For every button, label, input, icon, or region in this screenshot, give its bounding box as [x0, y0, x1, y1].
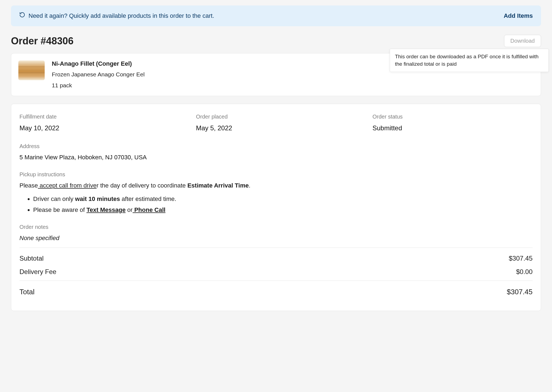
banner-text: Need it again? Quickly add available pro…: [29, 11, 214, 20]
subtotal-value: $307.45: [509, 254, 533, 263]
instr-prefix: Please: [19, 182, 38, 189]
product-description: Frozen Japanese Anago Conger Eel: [52, 70, 145, 79]
order-placed-block: Order placed May 5, 2022: [196, 113, 356, 133]
line-item-text: Ni-Anago Fillet (Conger Eel) Frozen Japa…: [52, 59, 145, 90]
order-details-card: Fulfillment date May 10, 2022 Order plac…: [11, 104, 541, 311]
product-quantity: 11 pack: [52, 81, 145, 90]
fulfillment-date-label: Fulfillment date: [19, 113, 180, 121]
delivery-fee-value: $0.00: [516, 267, 533, 277]
page-title: Order #48306: [11, 34, 73, 48]
subtotal-row: Subtotal $307.45: [19, 254, 533, 263]
pickup-instructions-label: Pickup instructions: [19, 171, 533, 178]
order-status-value: Submitted: [372, 123, 533, 133]
subtotal-label: Subtotal: [19, 254, 44, 263]
order-status-block: Order status Submitted: [372, 113, 533, 133]
divider: [19, 247, 533, 248]
fulfillment-date-value: May 10, 2022: [19, 123, 180, 133]
download-button[interactable]: Download: [504, 35, 541, 47]
fulfillment-date-block: Fulfillment date May 10, 2022: [19, 113, 180, 133]
history-icon: [19, 11, 25, 20]
instr-bullet-2: Please be aware of Text Message or Phone…: [33, 206, 533, 214]
instr-bold: Estimate Arrival Time: [187, 182, 249, 189]
product-thumbnail: [18, 60, 45, 80]
order-notes-label: Order notes: [19, 223, 533, 231]
order-notes-value: None specified: [19, 234, 533, 243]
order-notes-section: Order notes None specified: [19, 223, 533, 243]
order-placed-label: Order placed: [196, 113, 356, 121]
add-items-button[interactable]: Add Items: [504, 11, 533, 20]
pickup-instructions-body: Please accept call from driver the day o…: [19, 181, 533, 215]
delivery-fee-label: Delivery Fee: [19, 267, 56, 277]
total-label: Total: [19, 287, 35, 297]
banner-message: Need it again? Quickly add available pro…: [19, 11, 214, 20]
product-name: Ni-Anago Fillet (Conger Eel): [52, 59, 145, 68]
address-section: Address 5 Marine View Plaza, Hoboken, NJ…: [19, 142, 533, 162]
instr-mid: r the day of delivery to coordinate: [96, 182, 187, 189]
title-row: Order #48306 Download This order can be …: [11, 34, 541, 48]
address-label: Address: [19, 142, 533, 150]
pickup-instructions-section: Pickup instructions Please accept call f…: [19, 171, 533, 215]
order-meta: Fulfillment date May 10, 2022 Order plac…: [19, 113, 533, 133]
order-placed-value: May 5, 2022: [196, 123, 356, 133]
instr-bullet-1: Driver can only wait 10 minutes after es…: [33, 195, 533, 203]
order-status-label: Order status: [372, 113, 533, 121]
instr-underline: accept call from drive: [38, 182, 96, 189]
download-tooltip: This order can be downloaded as a PDF on…: [390, 49, 549, 72]
reorder-banner: Need it again? Quickly add available pro…: [11, 5, 541, 26]
total-value: $307.45: [507, 287, 533, 297]
address-value: 5 Marine View Plaza, Hoboken, NJ 07030, …: [19, 153, 533, 162]
instr-suffix: .: [249, 182, 250, 189]
total-row: Total $307.45: [19, 287, 533, 297]
delivery-fee-row: Delivery Fee $0.00: [19, 267, 533, 277]
divider: [19, 281, 533, 281]
